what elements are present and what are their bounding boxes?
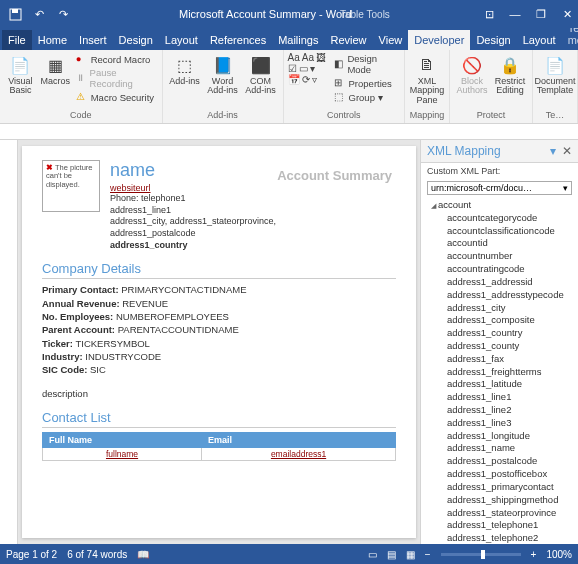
save-icon[interactable] (6, 5, 24, 23)
contact-table[interactable]: Full NameEmail fullnameemailaddress1 (42, 432, 396, 461)
combo-control-icon[interactable]: ▭ (299, 63, 308, 74)
tab-view[interactable]: View (373, 30, 409, 50)
pane-close-icon[interactable]: ✕ (562, 144, 572, 158)
tree-node[interactable]: address1_shippingmethod (431, 494, 574, 507)
zoom-out-button[interactable]: − (425, 549, 431, 560)
tree-node[interactable]: accountid (431, 237, 574, 250)
addins-button[interactable]: ⬚Add-ins (167, 52, 203, 86)
tree-node[interactable]: address1_name (431, 442, 574, 455)
tree-node[interactable]: address1_county (431, 340, 574, 353)
word-count[interactable]: 6 of 74 words (67, 549, 127, 560)
tab-design[interactable]: Design (113, 30, 159, 50)
custom-xml-part-select[interactable]: urn:microsoft-crm/docu…▾ (427, 181, 572, 195)
document-template-button[interactable]: 📄Document Template (537, 52, 573, 96)
macros-button[interactable]: ▦Macros (39, 52, 72, 86)
date-control-icon[interactable]: 📅 (288, 74, 300, 85)
xml-tree[interactable]: account accountcategorycodeaccountclassi… (421, 197, 578, 544)
tree-node[interactable]: accountratingcode (431, 263, 574, 276)
tab-developer[interactable]: Developer (408, 30, 470, 50)
email-cell[interactable]: emailaddress1 (202, 447, 396, 460)
zoom-level[interactable]: 100% (546, 549, 572, 560)
restrict-editing-button[interactable]: 🔒Restrict Editing (492, 52, 528, 96)
tree-node[interactable]: address1_addresstypecode (431, 289, 574, 302)
tab-layout[interactable]: Layout (159, 30, 204, 50)
document-area[interactable]: Account Summary ✖ The picture can't be d… (0, 140, 420, 544)
close-icon[interactable]: ✕ (560, 8, 574, 21)
checkbox-control-icon[interactable]: ☑ (288, 63, 297, 74)
undo-icon[interactable]: ↶ (30, 5, 48, 23)
pane-menu-icon[interactable]: ▾ (550, 144, 556, 158)
tree-node[interactable]: address1_latitude (431, 378, 574, 391)
dropdown-control-icon[interactable]: ▾ (310, 63, 315, 74)
horizontal-ruler[interactable] (0, 124, 578, 140)
websiteurl-field[interactable]: websiteurl (110, 183, 396, 193)
addr3-line: address1_postalcode (110, 228, 396, 240)
col-email: Email (202, 432, 396, 447)
minimize-icon[interactable]: — (508, 8, 522, 21)
tree-root-account[interactable]: account (431, 199, 574, 212)
design-mode-button[interactable]: ◧Design Mode (332, 52, 400, 76)
properties-button[interactable]: ⊞Properties (332, 76, 400, 90)
primary-contact-row: Primary Contact: PRIMARYCONTACTIDNAME (42, 283, 396, 296)
print-layout-icon[interactable]: ▤ (387, 549, 396, 560)
tree-node[interactable]: address1_freightterms (431, 366, 574, 379)
document-page[interactable]: Account Summary ✖ The picture can't be d… (22, 146, 416, 538)
tree-node[interactable]: address1_fax (431, 353, 574, 366)
zoom-in-button[interactable]: + (531, 549, 537, 560)
tab-review[interactable]: Review (325, 30, 373, 50)
ribbon-tabs: File Home Insert Design Layout Reference… (0, 28, 578, 50)
group-button[interactable]: ⬚Group ▾ (332, 90, 400, 104)
legacy-control-icon[interactable]: ▿ (312, 74, 317, 85)
tree-node[interactable]: address1_composite (431, 314, 574, 327)
record-macro-button[interactable]: ●Record Macro (74, 52, 158, 66)
restore-icon[interactable]: ❐ (534, 8, 548, 21)
tree-node[interactable]: accountcategorycode (431, 212, 574, 225)
tree-node[interactable]: address1_line3 (431, 417, 574, 430)
tab-tabletools-design[interactable]: Design (470, 30, 516, 50)
visual-basic-button[interactable]: 📄Visual Basic (4, 52, 37, 96)
tree-node[interactable]: address1_longitude (431, 430, 574, 443)
tab-references[interactable]: References (204, 30, 272, 50)
tab-home[interactable]: Home (32, 30, 73, 50)
macro-security-button[interactable]: ⚠Macro Security (74, 90, 158, 104)
word-addins-button[interactable]: 📘Word Add-ins (205, 52, 241, 96)
tree-node[interactable]: address1_telephone2 (431, 532, 574, 544)
tab-insert[interactable]: Insert (73, 30, 113, 50)
tab-file[interactable]: File (2, 30, 32, 50)
pane-title-text: XML Mapping (427, 144, 501, 158)
repeating-control-icon[interactable]: ⟳ (302, 74, 310, 85)
tree-node[interactable]: accountclassificationcode (431, 225, 574, 238)
block-authors-button[interactable]: 🚫Block Authors (454, 52, 490, 96)
xml-mapping-pane-button[interactable]: 🗎XML Mapping Pane (409, 52, 445, 105)
tree-node[interactable]: address1_addressid (431, 276, 574, 289)
tab-mailings[interactable]: Mailings (272, 30, 324, 50)
tree-node[interactable]: address1_line1 (431, 391, 574, 404)
tree-node[interactable]: address1_postalcode (431, 455, 574, 468)
page-indicator[interactable]: Page 1 of 2 (6, 549, 57, 560)
zoom-slider[interactable] (441, 553, 521, 556)
table-row[interactable]: fullnameemailaddress1 (43, 447, 396, 460)
phone-line: Phone: telephone1 (110, 193, 396, 205)
spelling-icon[interactable]: 📖 (137, 549, 149, 560)
tree-node[interactable]: address1_stateorprovince (431, 507, 574, 520)
picture-control-icon[interactable]: 🖼 (316, 52, 326, 63)
read-mode-icon[interactable]: ▭ (368, 549, 377, 560)
richtext-control-icon[interactable]: Aa (288, 52, 300, 63)
fullname-cell[interactable]: fullname (43, 447, 202, 460)
tree-node[interactable]: address1_city (431, 302, 574, 315)
redo-icon[interactable]: ↷ (54, 5, 72, 23)
tree-node[interactable]: address1_telephone1 (431, 519, 574, 532)
web-layout-icon[interactable]: ▦ (406, 549, 415, 560)
pause-recording-button[interactable]: ⏸Pause Recording (74, 66, 158, 90)
tree-node[interactable]: address1_country (431, 327, 574, 340)
tree-node[interactable]: address1_postofficebox (431, 468, 574, 481)
picture-placeholder[interactable]: ✖ The picture can't be displayed. (42, 160, 100, 212)
ribbon-options-icon[interactable]: ⊡ (482, 8, 496, 21)
plaintext-control-icon[interactable]: Aa (302, 52, 314, 63)
com-addins-button[interactable]: ⬛COM Add-ins (243, 52, 279, 96)
tree-node[interactable]: accountnumber (431, 250, 574, 263)
tree-node[interactable]: address1_line2 (431, 404, 574, 417)
tab-tabletools-layout[interactable]: Layout (517, 30, 562, 50)
vertical-ruler[interactable] (0, 140, 18, 544)
tree-node[interactable]: address1_primarycontact (431, 481, 574, 494)
